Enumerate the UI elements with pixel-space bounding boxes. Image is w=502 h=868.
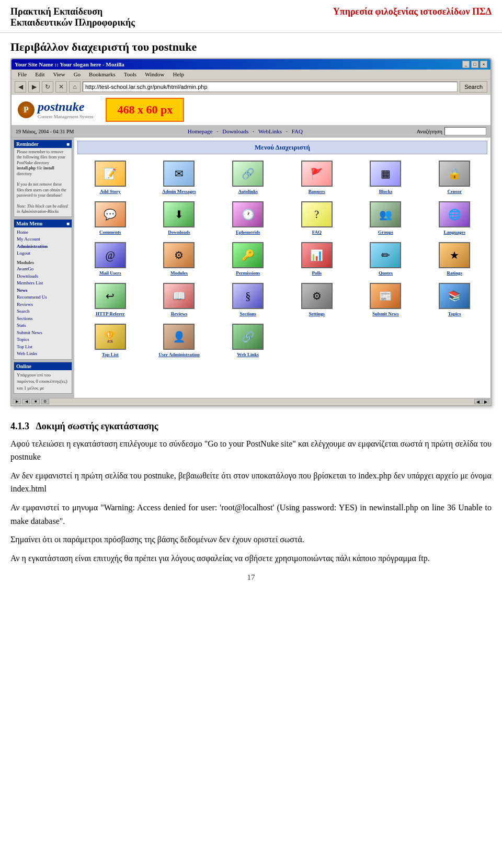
menu-bookmarks[interactable]: Bookmarks [85,70,120,78]
search-input[interactable] [444,127,486,135]
admin-item-ephemerids[interactable]: 🕐 Ephemerids [215,199,281,237]
menu-go[interactable]: Go [70,70,85,78]
admin-label-submit-news: Submit News [372,311,399,316]
admin-icon-comments: 💬 [95,201,126,227]
section-title: Περιβάλλον διαχειριστή του postnuke [0,33,502,58]
sidebar-sections[interactable]: Sections [17,315,69,323]
browser-search-button[interactable]: Search [460,81,487,93]
nav-downloads[interactable]: Downloads [222,128,248,134]
pn-logo-sub: Content Management System [38,114,93,119]
admin-item-ratings[interactable]: ★ Ratings [421,240,487,278]
stop-button[interactable]: ✕ [55,81,67,93]
maximize-button[interactable]: □ [471,61,478,68]
admin-item-downloads[interactable]: ⬇ Downloads [146,199,212,237]
admin-label-user-admin: User Administration [158,352,200,357]
scroll-arrows: ◀ ▶ [474,399,489,404]
close-button[interactable]: × [480,61,487,68]
admin-item-banners[interactable]: 🚩 Banners [284,158,350,196]
menu-help[interactable]: Help [169,70,188,78]
back-button[interactable]: ◀ [15,81,26,93]
menu-home[interactable]: Home [17,229,69,236]
menu-administration[interactable]: Administration [17,243,69,250]
admin-item-languages[interactable]: 🌐 Languages [421,199,487,237]
status-icon-4: ⚙ [41,399,49,404]
home-button[interactable]: ⌂ [69,81,81,93]
admin-item-permissions[interactable]: 🔑 Permissions [215,240,281,278]
admin-item-modules[interactable]: ⚙ Modules [146,240,212,278]
sidebar-submitnews[interactable]: Submit News [17,329,69,337]
admin-icon-downloads: ⬇ [163,201,195,227]
menu-file[interactable]: File [14,70,31,78]
reload-button[interactable]: ↻ [42,81,53,93]
sidebar-weblinks[interactable]: Web Links [17,350,69,358]
admin-item-faq[interactable]: ? FAQ [284,199,350,237]
online-block: Online Υπάρχουν επί του παρόντος 0 επισκ… [14,362,72,394]
admin-item-admin-messages[interactable]: ✉ Admin Messages [146,158,212,196]
search-label: Αναζήτηση [416,128,442,134]
admin-item-settings[interactable]: ⚙ Settings [284,281,350,318]
status-icon-3: ■ [31,399,40,404]
sections-icon-symbol: § [245,290,250,302]
admin-item-quotes[interactable]: ✏ Quotes [353,240,419,278]
nav-weblinks[interactable]: WebLinks [258,128,282,134]
reminder-text: Please remember to remove the following … [17,150,69,215]
sidebar-memberslist[interactable]: Members List [17,280,69,287]
sidebar-recommend[interactable]: Recommend Us [17,294,69,301]
admin-label-groups: Groups [378,230,393,235]
nav-homepage[interactable]: Homepage [188,128,213,134]
admin-item-mail-users[interactable]: @ Mail Users [77,240,143,278]
admin-label-settings: Settings [309,311,325,316]
admin-icon-mail-users: @ [95,242,126,268]
sidebar-stats[interactable]: Stats [17,322,69,329]
menu-logout[interactable]: Logout [17,250,69,257]
admin-item-submit-news[interactable]: 📰 Submit News [353,281,419,318]
pn-banner: 468 x 60 px [106,98,184,122]
admin-item-censor[interactable]: 🔒 Censor [421,158,487,196]
admin-item-user-admin[interactable]: 👤 User Administration [146,322,212,359]
add-story-icon-symbol: 📝 [104,167,117,180]
menu-edit[interactable]: Edit [31,70,49,78]
sidebar-reviews[interactable]: Reviews [17,301,69,309]
admin-item-groups[interactable]: 👥 Groups [353,199,419,237]
admin-item-reviews[interactable]: 📖 Reviews [146,281,212,318]
body-para1: Αφού τελειώσει η εγκατάσταση επιλέγουμε … [10,437,492,464]
admin-item-comments[interactable]: 💬 Comments [77,199,143,237]
scroll-right[interactable]: ▶ [482,399,489,404]
admin-item-add-story[interactable]: 📝 Add Story [77,158,143,196]
address-bar[interactable] [83,82,458,92]
menu-myaccount[interactable]: My Account [17,236,69,243]
scroll-left[interactable]: ◀ [474,399,482,404]
admin-icon-faq: ? [301,201,333,227]
sidebar-topics[interactable]: Topics [17,336,69,344]
browser-window: Your Site Name :: Your slogan here - Moz… [10,58,492,406]
section-num: 4.1.3 [10,421,29,431]
admin-item-autolinks[interactable]: 🔗 Autolinks [215,158,281,196]
admin-item-blocks[interactable]: ▦ Blocks [353,158,419,196]
modules-icon-symbol: ⚙ [174,249,184,261]
sidebar-toplist[interactable]: Top List [17,344,69,351]
main-menu-block: Main Menu ■ Home My Account Administrati… [14,219,72,360]
admin-item-web-links[interactable]: 🔗 Web Links [215,322,281,359]
top-list-icon-symbol: 🏆 [104,330,117,343]
sidebar-downloads[interactable]: Downloads [17,273,69,280]
admin-item-topics[interactable]: 📚 Topics [421,281,487,318]
nav-faq[interactable]: FAQ [292,128,303,134]
menu-tools[interactable]: Tools [120,70,141,78]
menu-view[interactable]: View [49,70,69,78]
page-header: Πρακτική Εκπαίδευση Εκπαιδευτικών Πληροφ… [0,0,502,33]
admin-item-polls[interactable]: 📊 Polls [284,240,350,278]
admin-icon-blocks: ▦ [370,161,401,187]
sidebar-search[interactable]: Search [17,308,69,315]
admin-label-comments: Comments [99,230,121,235]
sidebar-news[interactable]: News [17,287,69,294]
reminder-icon: ■ [66,141,70,147]
forward-button[interactable]: ▶ [28,81,40,93]
admin-icon-polls: 📊 [301,242,333,268]
menu-window[interactable]: Window [141,70,168,78]
sidebar-avantgo[interactable]: AvantGo [17,266,69,273]
minimize-button[interactable]: _ [462,61,470,68]
admin-item-sections[interactable]: § Sections [215,281,281,318]
titlebar-buttons: _ □ × [462,61,487,68]
admin-item-http-referer[interactable]: ↩ HTTP Referer [77,281,143,318]
admin-item-top-list[interactable]: 🏆 Top List [77,322,143,359]
